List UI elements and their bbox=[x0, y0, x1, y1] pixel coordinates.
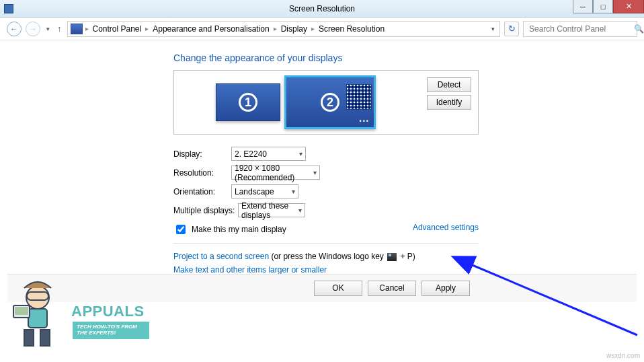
detect-button[interactable]: Detect bbox=[427, 77, 471, 92]
recent-dropdown-icon[interactable]: ▾ bbox=[44, 26, 52, 32]
path-dropdown-icon[interactable]: ▾ bbox=[489, 26, 497, 32]
svg-rect-5 bbox=[15, 307, 28, 315]
search-icon: 🔍 bbox=[634, 24, 644, 34]
maximize-button[interactable]: □ bbox=[593, 0, 613, 13]
project-second-screen-link[interactable]: Project to a second screen bbox=[173, 252, 269, 261]
monitor-preview-box: 1 2 ••• Detect Identify bbox=[173, 70, 479, 135]
multiple-displays-label: Multiple displays: bbox=[173, 206, 238, 215]
logo-brand-text: APPUALS bbox=[71, 303, 145, 320]
svg-rect-7 bbox=[40, 330, 50, 346]
multiple-displays-select[interactable]: Extend these displays bbox=[238, 203, 305, 217]
search-box[interactable]: 🔍 bbox=[523, 21, 637, 37]
crumb-display[interactable]: Display bbox=[278, 24, 310, 34]
orientation-label: Orientation: bbox=[173, 187, 231, 196]
windows-key-icon bbox=[387, 253, 397, 261]
chevron-right-icon: ▸ bbox=[274, 25, 277, 32]
monitor-2-selected[interactable]: 2 ••• bbox=[284, 75, 376, 129]
cancel-button[interactable]: Cancel bbox=[368, 281, 416, 296]
resolution-label: Resolution: bbox=[173, 168, 231, 178]
identify-button[interactable]: Identify bbox=[427, 95, 471, 110]
monitor-2-number: 2 bbox=[321, 93, 339, 112]
project-hint-end: + P) bbox=[401, 252, 415, 261]
chevron-right-icon: ▸ bbox=[311, 25, 315, 32]
chevron-right-icon: ▸ bbox=[145, 25, 149, 32]
separator bbox=[173, 243, 479, 244]
crumb-screen-resolution[interactable]: Screen Resolution bbox=[316, 24, 387, 34]
orientation-select[interactable]: Landscape bbox=[231, 184, 298, 198]
app-icon bbox=[4, 4, 13, 13]
forward-button[interactable]: → bbox=[26, 22, 40, 36]
breadcrumb[interactable]: ▸ Control Panel ▸ Appearance and Persona… bbox=[67, 21, 501, 37]
drag-dots-icon: ••• bbox=[360, 118, 370, 124]
logo-tagline: TECH HOW-TO'S FROM THE EXPERTS! bbox=[73, 322, 149, 339]
crumb-control-panel[interactable]: Control Panel bbox=[90, 24, 145, 34]
project-hint-text: (or press the Windows logo key bbox=[271, 252, 386, 261]
ok-button[interactable]: OK bbox=[314, 281, 362, 296]
nav-bar: ← → ▾ ↑ ▸ Control Panel ▸ Appearance and… bbox=[0, 17, 644, 40]
monitor-1-number: 1 bbox=[239, 93, 257, 112]
refresh-button[interactable]: ↻ bbox=[504, 22, 519, 36]
page-heading: Change the appearance of your displays bbox=[173, 52, 644, 63]
up-button[interactable]: ↑ bbox=[56, 24, 63, 34]
chevron-right-icon: ▸ bbox=[85, 25, 89, 32]
main-display-checkbox[interactable] bbox=[176, 225, 186, 234]
monitor-1[interactable]: 1 bbox=[216, 83, 280, 121]
svg-rect-3 bbox=[28, 309, 47, 328]
crumb-appearance[interactable]: Appearance and Personalisation bbox=[150, 24, 272, 34]
cartoon-mascot-icon bbox=[8, 279, 69, 353]
watermark-text: wsxdn.com bbox=[606, 352, 640, 359]
apply-button[interactable]: Apply bbox=[421, 281, 470, 296]
resolution-select[interactable]: 1920 × 1080 (Recommended) bbox=[231, 166, 320, 180]
search-input[interactable] bbox=[528, 24, 631, 34]
display-select[interactable]: 2. E2240 bbox=[231, 147, 306, 161]
close-button[interactable]: ✕ bbox=[613, 0, 644, 13]
control-panel-icon bbox=[71, 24, 83, 34]
content-area: Change the appearance of your displays 1… bbox=[0, 40, 644, 292]
main-display-checkbox-label: Make this my main display bbox=[192, 225, 286, 234]
display-label: Display: bbox=[173, 149, 231, 159]
appuals-logo: APPUALS TECH HOW-TO'S FROM THE EXPERTS! bbox=[8, 279, 143, 353]
back-button[interactable]: ← bbox=[7, 22, 22, 36]
advanced-settings-link[interactable]: Advanced settings bbox=[413, 223, 479, 232]
title-bar: Screen Resolution ─ □ ✕ bbox=[0, 0, 644, 17]
window-title: Screen Resolution bbox=[289, 4, 355, 13]
minimize-button[interactable]: ─ bbox=[573, 0, 593, 13]
text-size-link[interactable]: Make text and other items larger or smal… bbox=[173, 265, 327, 275]
metro-grid-icon bbox=[346, 84, 372, 110]
svg-rect-6 bbox=[24, 330, 34, 346]
